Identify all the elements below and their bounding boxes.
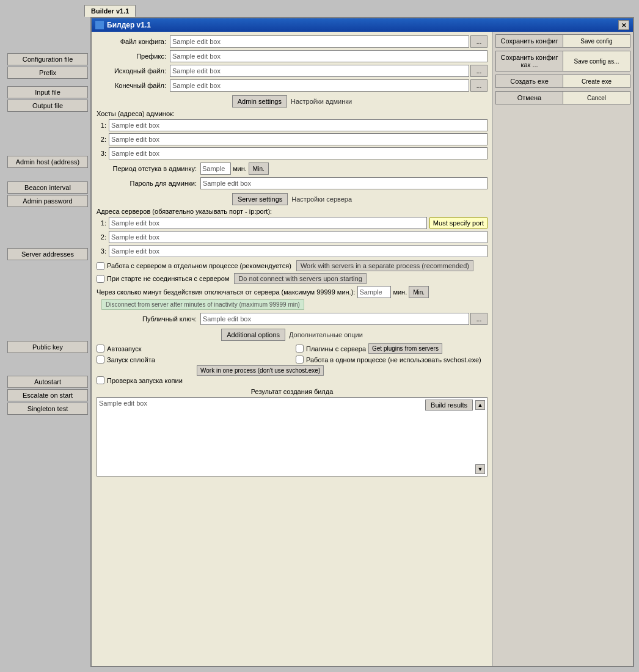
- scroll-down-btn[interactable]: ▼: [475, 464, 485, 474]
- options-grid: Автозапуск Плагины с сервера Get plugins…: [97, 343, 487, 363]
- host-num-2: 2:: [97, 136, 109, 143]
- additional-options-btn-ru[interactable]: Additional options: [221, 329, 285, 341]
- sidebar-item-output-file[interactable]: Output file: [7, 100, 88, 112]
- beacon-row: Период отстука в админку: ▲ ▼ мин. Min.: [97, 163, 487, 175]
- admin-host-2-row: 2:: [97, 133, 487, 145]
- server-host-1-input[interactable]: [109, 217, 427, 229]
- admin-host-3-input[interactable]: [109, 147, 487, 159]
- cancel-btn-en[interactable]: Cancel: [563, 91, 630, 104]
- sidebar-item-config-file[interactable]: Configuration file: [7, 53, 88, 65]
- work-servers-row: Работа с сервером в отдельном процессе (…: [97, 260, 487, 271]
- sidebar-item-public-key[interactable]: Public key: [7, 341, 88, 353]
- output-file-browse[interactable]: ...: [470, 79, 487, 92]
- close-button[interactable]: ✕: [618, 20, 629, 30]
- server-settings-btn-ru[interactable]: Server settings: [232, 193, 288, 205]
- inactivity-line1: Через сколько минут бездействия отключат…: [97, 286, 487, 298]
- beacon-input[interactable]: [201, 165, 231, 172]
- admin-settings-btn-ru[interactable]: Admin settings: [232, 95, 287, 108]
- plugins-label-en: Get plugins from servers: [368, 343, 442, 354]
- no-connect-checkbox[interactable]: [97, 275, 104, 283]
- work-one-checkbox[interactable]: [296, 356, 304, 363]
- save-config-btn-ru[interactable]: Сохранить конфиг: [495, 34, 563, 48]
- admin-host-2-input[interactable]: [109, 133, 487, 145]
- results-value: Sample edit box: [99, 400, 147, 407]
- work-one-row: Работа в одном процессе (не использовать…: [296, 356, 487, 363]
- server-settings-header: Server settings Настройки сервера: [97, 193, 487, 205]
- host-num-1: 1:: [97, 122, 109, 129]
- inactivity-input[interactable]: [358, 288, 391, 296]
- save-config-pair: Сохранить конфиг Save config: [495, 34, 630, 48]
- create-exe-pair: Создать exe Create exe: [495, 75, 630, 88]
- inactivity-en-label: Disconnect from server after minutes of …: [101, 299, 304, 310]
- public-key-browse[interactable]: ...: [470, 313, 487, 325]
- create-exe-btn-ru[interactable]: Создать exe: [495, 75, 563, 88]
- autostart-checkbox[interactable]: [97, 345, 104, 352]
- work-servers-checkbox[interactable]: [97, 262, 104, 270]
- config-file-browse[interactable]: ...: [470, 35, 487, 48]
- cancel-btn-ru[interactable]: Отмена: [495, 91, 563, 104]
- admin-settings-header: Admin settings Настройки админки: [97, 95, 487, 108]
- sidebar-item-admin-host[interactable]: Admin host (address): [7, 156, 88, 168]
- admin-pass-row: Пароль для админки:: [97, 177, 487, 189]
- sidebar-item-beacon[interactable]: Beacon interval: [7, 181, 88, 194]
- sidebar-item-server-addr[interactable]: Server addresses: [7, 248, 88, 260]
- server-settings-label-en: Настройки сервера: [291, 195, 352, 203]
- save-config-btn-en[interactable]: Save config: [563, 34, 630, 48]
- prefix-input[interactable]: [170, 50, 487, 62]
- tab-builder[interactable]: Builder v1.1: [84, 5, 136, 17]
- sidebar-item-escalate[interactable]: Escalate on start: [7, 389, 88, 401]
- singleton-label-ru: Проверка запуска копии: [107, 377, 183, 384]
- server-num-3: 3:: [97, 247, 109, 255]
- inactivity-unit: мин.: [393, 288, 407, 296]
- save-config-as-btn-ru[interactable]: Сохранить конфиг как ...: [495, 51, 563, 71]
- create-exe-btn-en[interactable]: Create exe: [563, 75, 630, 88]
- config-file-input[interactable]: [170, 35, 469, 48]
- public-key-input[interactable]: [200, 313, 469, 325]
- inactivity-label: Через сколько минут бездействия отключат…: [97, 288, 355, 296]
- server-host-2-input[interactable]: [109, 231, 487, 243]
- inactivity-spinbox[interactable]: ▲ ▼: [357, 286, 391, 298]
- beacon-spinbox[interactable]: ▲ ▼: [200, 163, 231, 175]
- additional-options-label-en: Дополнительные опции: [289, 331, 363, 338]
- plugins-row: Плагины с сервера Get plugins from serve…: [296, 343, 487, 354]
- additional-options-header: Additional options Дополнительные опции: [97, 329, 487, 341]
- public-key-label: Публичный ключ:: [97, 315, 200, 323]
- inactivity-section: Через сколько минут бездействия отключат…: [97, 286, 487, 310]
- sidebar-item-autostart[interactable]: Autostart: [7, 376, 88, 388]
- server-host-3-row: 3:: [97, 245, 487, 257]
- singleton-checkbox[interactable]: [97, 376, 104, 384]
- no-connect-row: При старте не соединяться с сервером Do …: [97, 273, 487, 284]
- work-servers-label-en: Work with servers in a separate process …: [296, 260, 473, 271]
- singleton-row: Проверка запуска копии: [97, 376, 487, 384]
- server-host-1-row: 1: Must specify port: [97, 217, 487, 229]
- sidebar-item-input-file[interactable]: Input file: [7, 86, 88, 98]
- build-results-btn[interactable]: Build results: [425, 400, 473, 411]
- save-config-as-pair: Сохранить конфиг как ... Save config as.…: [495, 51, 630, 71]
- admin-pass-label: Пароль для админки:: [97, 180, 200, 187]
- work-servers-label-ru: Работа с сервером в отдельном процессе (…: [107, 262, 291, 269]
- input-file-browse[interactable]: ...: [470, 65, 487, 77]
- beacon-label: Период отстука в админку:: [97, 165, 200, 172]
- sidebar-item-singleton[interactable]: Singleton test: [7, 403, 88, 415]
- escalate-checkbox[interactable]: [97, 356, 104, 363]
- config-file-row: Файл конфига: ...: [97, 35, 487, 48]
- sidebar-item-admin-pass[interactable]: Admin password: [7, 195, 88, 207]
- output-file-row: Конечный файл: ...: [97, 79, 487, 92]
- admin-host-1-input[interactable]: [109, 119, 487, 131]
- input-file-input[interactable]: [170, 65, 469, 77]
- no-connect-label-ru: При старте не соединяться с сервером: [107, 275, 229, 282]
- inactivity-min-btn[interactable]: Min.: [409, 286, 429, 298]
- scroll-up-btn[interactable]: ▲: [475, 400, 485, 410]
- save-config-as-btn-en[interactable]: Save config as...: [563, 51, 630, 71]
- admin-pass-input[interactable]: [200, 177, 487, 189]
- server-host-3-input[interactable]: [109, 245, 487, 257]
- admin-host-1-row: 1:: [97, 119, 487, 131]
- plugins-label-ru: Плагины с сервера: [306, 345, 366, 352]
- plugins-checkbox[interactable]: [296, 345, 304, 352]
- sidebar-item-prefix[interactable]: Prefix: [7, 67, 88, 79]
- beacon-min-btn[interactable]: Min.: [249, 163, 269, 175]
- beacon-unit: мин.: [233, 165, 247, 172]
- escalate-label-ru: Запуск сплойта: [107, 356, 155, 363]
- right-panel: Сохранить конфиг Save config Сохранить к…: [492, 32, 633, 666]
- output-file-input[interactable]: [170, 79, 469, 92]
